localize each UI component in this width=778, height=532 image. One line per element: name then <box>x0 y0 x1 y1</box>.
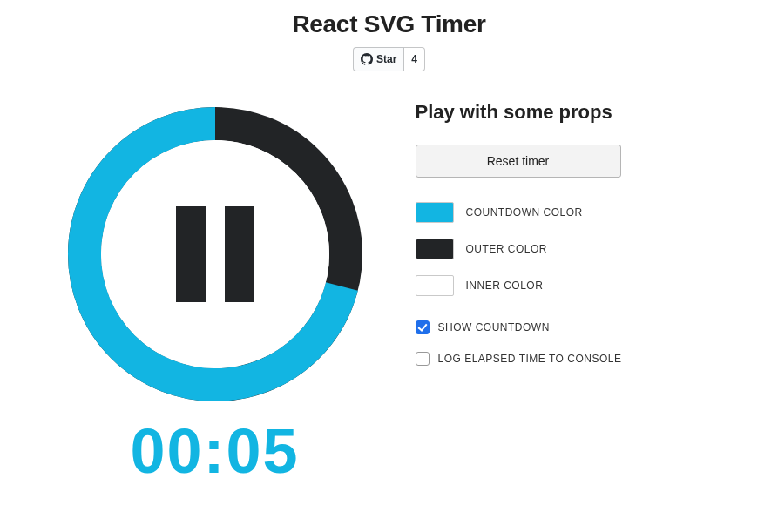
inner-color-row: INNER COLOR <box>416 275 720 296</box>
props-heading: Play with some props <box>416 101 720 124</box>
countdown-color-label: COUNTDOWN COLOR <box>466 206 583 219</box>
show-countdown-checkbox[interactable] <box>416 320 430 334</box>
page-title: React SVG Timer <box>292 10 485 38</box>
outer-color-label: OUTER COLOR <box>466 243 548 255</box>
inner-color-label: INNER COLOR <box>466 279 544 292</box>
svg-rect-3 <box>176 206 206 302</box>
page-root: React SVG Timer Star 4 00:05 Play with s… <box>0 0 778 532</box>
outer-color-swatch[interactable] <box>416 239 454 259</box>
github-star-label: Star <box>376 54 396 64</box>
log-elapsed-row: LOG ELAPSED TIME TO CONSOLE <box>416 352 720 366</box>
reset-timer-button[interactable]: Reset timer <box>416 145 621 178</box>
svg-rect-4 <box>225 206 254 302</box>
countdown-color-swatch[interactable] <box>416 202 454 223</box>
countdown-color-row: COUNTDOWN COLOR <box>416 202 720 223</box>
log-elapsed-checkbox[interactable] <box>416 352 430 366</box>
show-countdown-label: SHOW COUNTDOWN <box>438 321 550 333</box>
inner-color-swatch[interactable] <box>416 275 454 296</box>
github-star-count[interactable]: 4 <box>404 47 425 71</box>
log-elapsed-label: LOG ELAPSED TIME TO CONSOLE <box>438 353 622 365</box>
countdown-readout: 00:05 <box>130 420 299 482</box>
github-star-widget: Star 4 <box>353 47 425 71</box>
outer-color-row: OUTER COLOR <box>416 239 720 259</box>
github-star-button[interactable]: Star <box>353 47 404 71</box>
content-row: 00:05 Play with some props Reset timer C… <box>58 98 720 482</box>
svg-point-2 <box>101 140 329 368</box>
timer-ring[interactable] <box>58 98 372 411</box>
timer-column: 00:05 <box>58 98 372 482</box>
show-countdown-row: SHOW COUNTDOWN <box>416 320 720 334</box>
github-icon <box>361 53 373 65</box>
props-panel: Play with some props Reset timer COUNTDO… <box>372 98 720 383</box>
